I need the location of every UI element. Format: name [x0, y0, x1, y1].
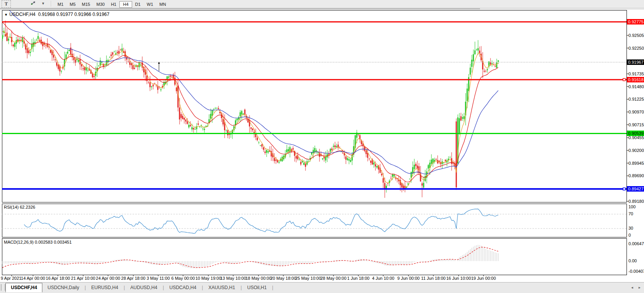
tabbar-grip	[1, 284, 5, 291]
price-marker-red: 0.92775	[627, 19, 644, 24]
time-label: 1 Jun 18:00	[347, 276, 370, 281]
tab-separator: |	[272, 285, 274, 290]
time-label: 3 May 11:00	[147, 276, 170, 281]
tab-usdchf-h4[interactable]: USDCHF,H4	[5, 283, 42, 292]
price-chart-panel[interactable]	[2, 10, 627, 202]
time-label: 16 Apr 18:00	[46, 276, 70, 281]
price-tick: 0.89945	[628, 161, 644, 166]
mt4-window: T ▼ M1M5M15M30H1H4D1W1MN ▼USDCHF,H4 0.91…	[0, 0, 644, 293]
price-tick: 0.89180	[628, 199, 644, 204]
chart-tab-bar: USDCHF,H4USDCNH,Daily|EURUSD,H4|AUDUSD,H…	[0, 282, 644, 293]
arrows-icon	[30, 0, 36, 6]
timeframe-button-m15[interactable]: M15	[79, 1, 93, 8]
rsi-label: RSI(14) 62.2326	[4, 205, 35, 209]
rsi-axis-label: 30	[628, 226, 644, 230]
collapse-icon[interactable]: ▼	[4, 13, 8, 17]
macd-axis-label: -0.004073	[628, 269, 644, 274]
timeframe-button-mn[interactable]: MN	[156, 1, 169, 8]
timeframe-button-m1[interactable]: M1	[54, 1, 66, 8]
price-tick: 0.91480	[628, 84, 644, 89]
price-marker-blue: 0.89427	[627, 186, 644, 192]
price-marker-black: 0.91967	[627, 59, 644, 65]
timeframe-button-h1[interactable]: H1	[108, 1, 119, 8]
timeframe-button-d1[interactable]: D1	[132, 1, 144, 8]
timeframe-button-h4[interactable]: H4	[119, 1, 132, 8]
price-tick: 0.91735	[628, 72, 644, 76]
rsi-axis-label: 0	[628, 233, 644, 237]
time-label: 11 Jun 18:00	[421, 276, 446, 281]
price-marker-green: 0.90539	[627, 131, 644, 136]
tab-xauusd-h1[interactable]: XAUUSD,H1	[203, 284, 240, 291]
rsi-panel[interactable]	[2, 204, 627, 237]
time-label: 20 May 18:00	[271, 276, 297, 281]
tab-scroll-left-button[interactable]: ◂	[631, 285, 633, 290]
time-label: 9 Jun 00:00	[397, 276, 420, 281]
timeframe-buttons: M1M5M15M30H1H4D1W1MN	[54, 0, 169, 8]
macd-label: MACD(12,26,9) 0.002583 0.003451	[4, 240, 72, 244]
ohlc-values: 0.91968 0.91977 0.91966 0.91967	[38, 12, 110, 17]
tab-usoil-h1[interactable]: USOil,H1	[242, 284, 272, 291]
price-tick: 0.90200	[628, 148, 644, 153]
tab-usdcnh-daily[interactable]: USDCNH,Daily	[42, 284, 84, 291]
macd-panel[interactable]	[2, 238, 627, 275]
price-tick: 0.90715	[628, 122, 644, 127]
timeframe-button-m5[interactable]: M5	[66, 1, 79, 8]
toolbar: T ▼ M1M5M15M30H1H4D1W1MN	[0, 0, 644, 8]
price-tick: 0.92250	[628, 46, 644, 51]
macd-axis-label: 0.006477	[628, 241, 644, 246]
time-label: 13 May 10:00	[220, 276, 246, 281]
tab-audusd-h4[interactable]: AUDUSD,H4	[125, 284, 162, 291]
symbol-label: USDCHF,H4	[9, 12, 35, 17]
price-tick: 0.92505	[628, 33, 644, 38]
time-label: 25 May 10:00	[295, 276, 321, 281]
time-label: 18 May 00:00	[246, 276, 272, 281]
text-tool-button[interactable]: T	[2, 0, 11, 8]
time-label: 28 May 00:00	[321, 276, 347, 281]
tab-usdcad-h4[interactable]: USDCAD,H4	[164, 284, 201, 291]
toolbar-separator	[51, 1, 52, 7]
time-label: 14 Apr 00:00	[21, 276, 45, 281]
timeframe-button-m30[interactable]: M30	[93, 1, 108, 8]
time-label: 19 Jun 00:00	[471, 276, 496, 281]
price-tick: 0.90970	[628, 110, 644, 114]
crosshair-arrows-icon[interactable]	[27, 0, 39, 7]
time-label: 21 Apr 10:00	[71, 276, 95, 281]
time-label: 16 Jun 10:00	[446, 276, 471, 281]
chart-symbol-header: ▼USDCHF,H4 0.91968 0.91977 0.91966 0.919…	[4, 12, 109, 17]
time-label: 24 Apr 00:00	[96, 276, 120, 281]
time-label: 6 May 00:00	[171, 276, 195, 281]
price-marker-red: 0.91618	[627, 77, 644, 82]
time-label: 28 Apr 18:00	[121, 276, 145, 281]
scrollbar-thumb[interactable]	[0, 8, 480, 9]
price-tick: 0.91225	[628, 97, 644, 101]
price-tick: 0.89690	[628, 173, 644, 178]
tab-scroll-right-button[interactable]: ▸	[639, 285, 641, 290]
time-label: 10 May 19:00	[195, 276, 222, 281]
tab-eurusd-h4[interactable]: EURUSD,H4	[86, 284, 123, 291]
macd-axis-label: 0.00	[628, 258, 644, 263]
chart-tabs: USDCHF,H4USDCNH,Daily|EURUSD,H4|AUDUSD,H…	[5, 283, 274, 292]
rsi-axis-label: 100	[628, 204, 644, 209]
rsi-axis-label: 70	[628, 211, 644, 216]
time-label: 4 Jun 10:00	[372, 276, 394, 281]
time-label: 9 Apr 2021	[1, 276, 21, 281]
timeframe-button-w1[interactable]: W1	[144, 1, 157, 8]
tool-dropdown-icon[interactable]: ▼	[40, 0, 46, 7]
